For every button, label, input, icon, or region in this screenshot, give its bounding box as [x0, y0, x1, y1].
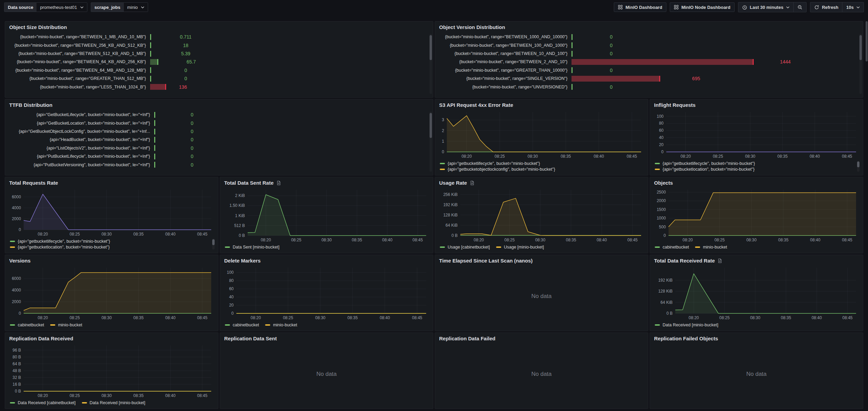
chart-legend: Data Sent [minio-bucket]	[223, 244, 430, 250]
legend-swatch	[10, 324, 15, 326]
bar-gauge-label: {bucket="minio-bucket", range="BETWEEN_2…	[438, 59, 572, 64]
legend-item[interactable]: minio-bucket	[265, 323, 297, 327]
chart-area: 08:2008:2508:3008:3508:4008:450200040006…	[9, 186, 215, 238]
panel-title[interactable]: Objects	[654, 180, 673, 186]
panel-title[interactable]: Delete Markers	[224, 258, 261, 264]
panel-title[interactable]: Object Version Distribution	[439, 24, 505, 30]
panel-title[interactable]: Time Elapsed Since Last Scan (nanos)	[439, 258, 533, 264]
legend-item[interactable]: Usage [minio-bucket]	[496, 245, 544, 250]
bar-gauge-value: 65.7	[187, 59, 196, 65]
refresh-controls: Refresh 10s	[810, 2, 864, 12]
legend-item[interactable]: cabinetbucket	[10, 323, 44, 327]
panel-title[interactable]: Total Data Received Rate	[654, 258, 715, 264]
bar-gauge-track: 0	[150, 67, 425, 73]
legend-item[interactable]: cabinetbucket	[225, 323, 259, 327]
x-axis-tick-label: 08:35	[566, 238, 576, 242]
x-axis-tick-label: 08:20	[681, 154, 691, 159]
legend-item[interactable]: Usage [cabinetbucket]	[440, 245, 490, 250]
panel-title[interactable]: Object Size Distribution	[9, 24, 67, 30]
legend-item[interactable]: {api="getbucketlocation", bucket="minio-…	[655, 167, 858, 172]
panel-time-elapsed-since-last-scan: Time Elapsed Since Last Scan (nanos) No …	[435, 255, 648, 331]
panel-description-icon[interactable]	[276, 181, 281, 185]
legend-item[interactable]: {api="getbucketlifecycle", bucket="minio…	[440, 161, 643, 166]
bar-gauge-row: {api="ListObjectsV2", bucket="minio-buck…	[9, 144, 425, 152]
panel-s3-api-4xx-error-rate: S3 API Request 4xx Error Rate 08:2008:25…	[435, 99, 648, 175]
bar-gauge-value: 0	[610, 43, 612, 48]
minio-node-dashboard-link-button[interactable]: MinIO Node Dashboard	[670, 2, 735, 12]
apps-grid-icon	[674, 5, 679, 10]
apps-grid-icon	[618, 5, 623, 10]
bar-gauge-track: 695	[572, 76, 855, 82]
panel-title[interactable]: Replication Data Sent	[224, 336, 277, 341]
x-axis-tick-label: 08:35	[133, 232, 144, 237]
x-axis-tick-label: 08:40	[810, 154, 820, 159]
legend-item[interactable]: minio-bucket	[50, 323, 82, 327]
legend-item[interactable]: Data Sent [minio-bucket]	[225, 245, 279, 250]
y-axis-tick-label: 0 B	[15, 389, 21, 394]
y-axis-tick-label: 0 B	[451, 233, 458, 238]
legend-item[interactable]: Data Received [minio-bucket]	[655, 323, 718, 327]
panel-inflight-requests: Inflight Requests 08:2008:2508:3008:3508…	[650, 99, 863, 175]
bar-gauge-track: 0	[572, 67, 855, 73]
bar-gauge-label: {api="GetBucketObjectLockConfig", bucket…	[9, 129, 154, 134]
panel-title[interactable]: Versions	[9, 258, 31, 264]
panel-scrollbar-thumb[interactable]	[430, 113, 432, 138]
datasource-select[interactable]: prometheus-test01	[37, 3, 87, 12]
legend-label: cabinetbucket	[663, 245, 689, 250]
panel-total-data-sent-rate: Total Data Sent Rate 08:2008:2508:3008:3…	[220, 177, 433, 253]
chart-legend: cabinetbucketminio-bucket	[653, 244, 859, 250]
panel-title[interactable]: S3 API Request 4xx Error Rate	[439, 102, 513, 108]
bar-gauge-bar	[154, 129, 155, 134]
y-axis-tick-label: 40	[229, 295, 234, 299]
bar-gauge-bar	[572, 84, 573, 90]
x-axis-tick-label: 08:25	[495, 154, 505, 159]
panel-title[interactable]: Replication Data Received	[9, 336, 73, 341]
legend-item[interactable]: cabinetbucket	[655, 245, 689, 250]
legend-scrollbar-thumb[interactable]	[212, 239, 215, 245]
legend-item[interactable]: {api="getbucketobjectlockconfig", bucket…	[440, 167, 643, 172]
legend-item[interactable]: Data Received [cabinetbucket]	[10, 400, 76, 405]
bar-gauge-label: {bucket="minio-bucket", range="BETWEEN_6…	[9, 59, 150, 64]
panel-title[interactable]: Usage Rate	[439, 180, 467, 186]
panel-objects: Objects 08:2008:2508:3008:3508:4008:4505…	[650, 177, 863, 253]
bar-gauge-track: 136	[150, 84, 425, 90]
y-axis-tick-label: 2000	[12, 216, 21, 221]
panel-title[interactable]: Replication Failed Objects	[654, 336, 718, 341]
legend-item[interactable]: Data Received [minio-bucket]	[82, 400, 145, 405]
x-axis-tick-label: 08:40	[165, 315, 175, 320]
minio-dashboard-link-button[interactable]: MinIO Dashboard	[614, 2, 666, 12]
series-area-fill	[675, 274, 856, 313]
series-area-fill	[668, 193, 856, 236]
refresh-interval-select[interactable]: 10s	[842, 2, 864, 12]
panel-scrollbar-thumb[interactable]	[430, 35, 432, 60]
panel-title[interactable]: TTFB Distribution	[9, 102, 53, 108]
page-scrollbar[interactable]	[866, 21, 868, 61]
x-axis-tick-label: 08:20	[689, 315, 699, 320]
panel-title[interactable]: Replication Data Failed	[439, 336, 495, 341]
panel-title[interactable]: Total Data Sent Rate	[224, 180, 274, 186]
legend-swatch	[695, 246, 700, 248]
bar-gauge-value: 0	[191, 112, 193, 117]
refresh-button[interactable]: Refresh	[810, 2, 842, 12]
series-area-fill	[24, 194, 211, 230]
panel-description-icon[interactable]	[718, 258, 722, 263]
scrape-jobs-select[interactable]: minio	[124, 3, 148, 12]
bar-gauge-row: {bucket="minio-bucket", range="LESS_THAN…	[9, 83, 425, 91]
time-range-picker[interactable]: Last 30 minutes	[738, 2, 793, 12]
legend-item[interactable]: {api="getbucketlifecycle", bucket="minio…	[655, 161, 858, 166]
panel-title[interactable]: Inflight Requests	[654, 102, 696, 108]
panel-title[interactable]: Total Requests Rate	[9, 180, 58, 186]
legend-item[interactable]: {api="getbucketlocation", bucket="minio-…	[10, 245, 213, 250]
bar-gauge-bar	[150, 42, 151, 48]
legend-item[interactable]: {api="getbucketlifecycle", bucket="minio…	[10, 239, 213, 244]
timeseries-chart: 08:2008:2508:3008:3508:4008:450500100015…	[653, 186, 859, 244]
zoom-out-time-button[interactable]	[793, 2, 806, 12]
bar-gauge-track: 0	[154, 145, 425, 151]
panel-scrollbar-thumb[interactable]	[859, 35, 862, 60]
bar-gauge-track: 0	[154, 162, 425, 168]
legend-label: Usage [cabinetbucket]	[448, 245, 490, 250]
legend-item[interactable]: minio-bucket	[695, 245, 727, 250]
panel-description-icon[interactable]	[470, 181, 475, 185]
chart-legend: {api="getbucketlifecycle", bucket="minio…	[9, 238, 215, 250]
legend-scrollbar-thumb[interactable]	[857, 161, 859, 167]
